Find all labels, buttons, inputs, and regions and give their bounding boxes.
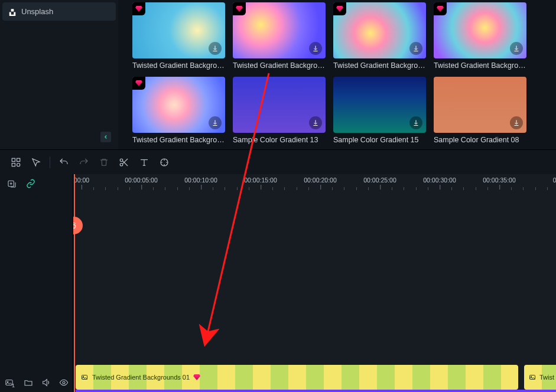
ruler-tick: 00:00 <box>74 177 89 184</box>
download-button[interactable] <box>309 116 322 129</box>
asset-label: Twisted Gradient Backgroun... <box>333 61 426 70</box>
ruler-subtick <box>344 187 344 190</box>
download-button[interactable] <box>510 42 523 55</box>
text-tool[interactable] <box>134 152 154 172</box>
add-track-button[interactable] <box>6 178 18 190</box>
unsplash-icon <box>8 8 17 16</box>
gem-icon <box>437 6 444 12</box>
download-button[interactable] <box>209 116 222 129</box>
ruler-subtick <box>93 187 94 190</box>
asset-thumbnail <box>132 2 225 58</box>
gem-icon <box>135 6 142 12</box>
download-button[interactable] <box>409 42 422 55</box>
asset-label: Sample Color Gradient 08 <box>434 136 526 144</box>
ruler-subtick <box>213 187 213 190</box>
timeline-clip[interactable]: Twist <box>524 365 556 390</box>
asset-library: Twisted Gradient Backgroun...Twisted Gra… <box>118 0 556 149</box>
gem-icon <box>336 6 343 12</box>
asset-thumbnail <box>434 2 526 58</box>
asset-item[interactable]: Sample Color Gradient 15 <box>333 77 426 144</box>
link-toggle[interactable] <box>25 178 37 190</box>
ruler-subtick <box>416 187 417 190</box>
select-tool[interactable] <box>26 152 46 172</box>
asset-item[interactable]: Twisted Gradient Backgroun... <box>434 2 526 70</box>
download-button[interactable] <box>510 116 523 129</box>
svg-point-3 <box>17 163 20 166</box>
ruler-subtick <box>392 187 392 190</box>
delete-button[interactable] <box>94 152 114 172</box>
ruler-subtick <box>189 187 190 190</box>
undo-button[interactable] <box>54 152 74 172</box>
ruler-subtick <box>105 187 106 190</box>
download-button[interactable] <box>409 116 422 129</box>
ruler-subtick <box>451 187 452 190</box>
asset-thumbnail <box>132 77 225 133</box>
timeline-tracks[interactable]: 00:0000:00:05:0000:00:10:0000:00:15:0000… <box>73 174 556 392</box>
premium-badge <box>233 2 246 15</box>
source-item-label: Unsplash <box>21 7 53 16</box>
clip-label: Twist <box>539 374 554 381</box>
crop-tool[interactable] <box>154 152 174 172</box>
asset-item[interactable]: Sample Color Gradient 13 <box>233 77 326 144</box>
ruler-tick: 00:00:10:00 <box>184 177 217 184</box>
ruler-subtick <box>404 187 404 190</box>
image-icon <box>80 373 89 381</box>
ruler-subtick <box>249 187 249 190</box>
mute-toggle[interactable] <box>40 377 52 388</box>
ruler-subtick <box>177 187 178 190</box>
svg-rect-1 <box>17 158 20 161</box>
track-body[interactable]: 6 Twisted Gradient Backgrounds 01 Twist <box>73 193 556 392</box>
gem-icon <box>135 80 142 86</box>
asset-item[interactable]: Twisted Gradient Backgroun... <box>132 77 225 144</box>
asset-label: Twisted Gradient Backgroun... <box>132 61 225 70</box>
track-thumbnail-toggle[interactable]: 1 <box>5 377 17 388</box>
media-sources-panel: Unsplash <box>0 0 118 149</box>
timeline-ruler[interactable]: 00:0000:00:05:0000:00:10:0000:00:15:0000… <box>73 174 556 193</box>
folder-button[interactable] <box>22 377 34 388</box>
svg-point-10 <box>63 381 65 384</box>
image-icon <box>529 373 536 381</box>
asset-label: Twisted Gradient Backgroun... <box>132 136 225 144</box>
ruler-subtick <box>368 187 369 190</box>
ruler-subtick <box>118 187 118 190</box>
ruler-subtick <box>428 187 428 190</box>
ruler-subtick <box>356 187 357 190</box>
visibility-toggle[interactable] <box>58 377 70 388</box>
timeline-panel: 1 00:0000:00:05:0000:00:10:0000:00:15:00… <box>0 174 556 392</box>
ruler-subtick <box>308 187 309 190</box>
ruler-subtick <box>284 187 285 190</box>
redo-button[interactable] <box>74 152 94 172</box>
ruler-subtick <box>153 187 154 190</box>
premium-badge <box>132 2 145 15</box>
collapse-panel-button[interactable] <box>100 132 111 142</box>
ruler-tick: 00:00:05:00 <box>125 177 157 184</box>
asset-label: Sample Color Gradient 13 <box>233 136 326 144</box>
gem-icon <box>236 6 243 12</box>
ruler-tick: 00:00:20:00 <box>304 177 336 184</box>
asset-item[interactable]: Twisted Gradient Backgroun... <box>132 2 225 70</box>
asset-thumbnail <box>434 77 526 133</box>
asset-item[interactable]: Sample Color Gradient 08 <box>434 77 526 144</box>
svg-rect-0 <box>12 158 15 161</box>
clip-label: Twisted Gradient Backgrounds 01 <box>92 374 190 381</box>
timeline-toolbar <box>0 149 556 174</box>
layout-tool[interactable] <box>6 152 26 172</box>
asset-thumbnail <box>333 77 426 133</box>
playhead[interactable] <box>74 174 75 392</box>
ruler-subtick <box>272 187 273 190</box>
download-button[interactable] <box>209 42 222 55</box>
source-item-unsplash[interactable]: Unsplash <box>2 2 116 21</box>
timeline-clip[interactable]: Twisted Gradient Backgrounds 01 <box>76 365 518 390</box>
ruler-subtick <box>225 187 225 190</box>
split-button[interactable] <box>114 152 134 172</box>
asset-item[interactable]: Twisted Gradient Backgroun... <box>233 2 326 70</box>
ruler-subtick <box>511 187 512 190</box>
download-button[interactable] <box>309 42 322 55</box>
asset-item[interactable]: Twisted Gradient Backgroun... <box>333 2 426 70</box>
premium-icon <box>193 374 200 380</box>
ruler-tick: 00:00:35:00 <box>483 177 515 184</box>
divider <box>50 156 50 168</box>
ruler-subtick <box>476 187 476 190</box>
asset-thumbnail <box>333 2 426 58</box>
asset-label: Twisted Gradient Backgroun... <box>434 61 526 70</box>
